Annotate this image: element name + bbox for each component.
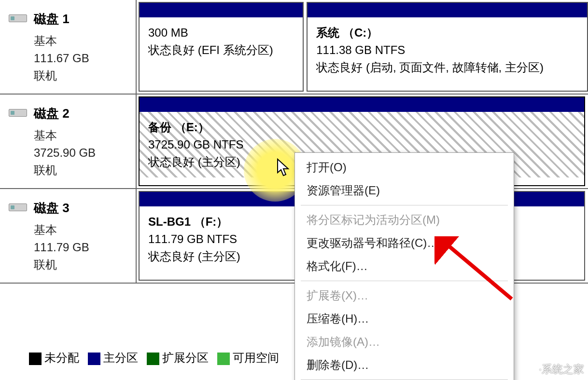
- disk-row: 磁盘 1基本111.67 GB联机300 MB状态良好 (EFI 系统分区)系统…: [0, 0, 588, 95]
- partition-title: 系统 （C:）: [316, 24, 578, 41]
- partition-stripe: [308, 3, 587, 17]
- context-menu-separator: [301, 205, 508, 205]
- partition-title: 备份 （E:）: [148, 119, 575, 136]
- disk-status: 联机: [34, 67, 127, 84]
- context-menu-item: 将分区标记为活动分区(M): [295, 208, 514, 231]
- disk-name: 磁盘 1: [34, 11, 127, 27]
- context-menu-item: 添加镜像(A)…: [295, 330, 514, 353]
- context-menu-item[interactable]: 打开(O): [295, 156, 514, 179]
- context-menu-item[interactable]: 更改驱动器号和路径(C)…: [295, 231, 514, 255]
- disk-type: 基本: [34, 221, 127, 239]
- context-menu-item: 扩展卷(X)…: [295, 284, 514, 307]
- disk-size: 111.79 GB: [34, 239, 127, 256]
- disk-name: 磁盘 3: [34, 200, 127, 217]
- watermark: ·系统之家: [518, 362, 584, 377]
- disk-header[interactable]: 磁盘 3基本111.79 GB联机: [0, 189, 137, 283]
- partition-stripe: [140, 97, 584, 112]
- disk-status: 联机: [34, 162, 127, 179]
- disk-type: 基本: [34, 32, 127, 50]
- disk-type: 基本: [34, 127, 127, 144]
- partition-status: 状态良好 (启动, 页面文件, 故障转储, 主分区): [316, 59, 578, 76]
- disk-header[interactable]: 磁盘 1基本111.67 GB联机: [0, 0, 137, 94]
- context-menu-item[interactable]: 压缩卷(H)…: [295, 307, 514, 330]
- legend-primary: 主分区: [88, 350, 138, 366]
- partition-stripe: [140, 3, 303, 17]
- disk-header[interactable]: 磁盘 2基本3725.90 GB联机: [0, 95, 137, 188]
- house-icon: [518, 362, 536, 377]
- context-menu-item[interactable]: 删除卷(D)…: [295, 353, 514, 377]
- context-menu-item[interactable]: 资源管理器(E): [295, 179, 514, 202]
- partition-body: 系统 （C:）111.38 GB NTFS状态良好 (启动, 页面文件, 故障转…: [308, 17, 587, 83]
- disk-status: 联机: [34, 256, 127, 273]
- legend-extended: 扩展分区: [147, 350, 209, 366]
- disk-name: 磁盘 2: [34, 105, 127, 122]
- disk-size: 3725.90 GB: [34, 144, 127, 162]
- partition[interactable]: 系统 （C:）111.38 GB NTFS状态良好 (启动, 页面文件, 故障转…: [307, 2, 588, 92]
- disk-icon: [9, 204, 27, 211]
- partition-area: 300 MB状态良好 (EFI 系统分区)系统 （C:）111.38 GB NT…: [137, 0, 588, 94]
- disk-size: 111.67 GB: [34, 50, 127, 67]
- legend-free: 可用空间: [217, 350, 279, 366]
- legend-unallocated: 未分配: [29, 350, 79, 366]
- context-menu-item[interactable]: 格式化(F)…: [295, 255, 514, 278]
- partition-body: 300 MB状态良好 (EFI 系统分区): [140, 17, 303, 66]
- partition-size: 300 MB: [148, 24, 294, 41]
- context-menu: 打开(O)资源管理器(E)将分区标记为活动分区(M)更改驱动器号和路径(C)…格…: [294, 152, 514, 380]
- partition-status: 状态良好 (EFI 系统分区): [148, 41, 294, 59]
- partition-size: 111.38 GB NTFS: [316, 41, 578, 59]
- disk-icon: [9, 109, 27, 117]
- partition-size: 3725.90 GB NTFS: [148, 136, 575, 153]
- legend: 未分配 主分区 扩展分区 可用空间: [29, 350, 279, 366]
- partition[interactable]: 300 MB状态良好 (EFI 系统分区): [139, 2, 304, 92]
- context-menu-separator: [301, 281, 508, 281]
- disk-icon: [9, 14, 27, 22]
